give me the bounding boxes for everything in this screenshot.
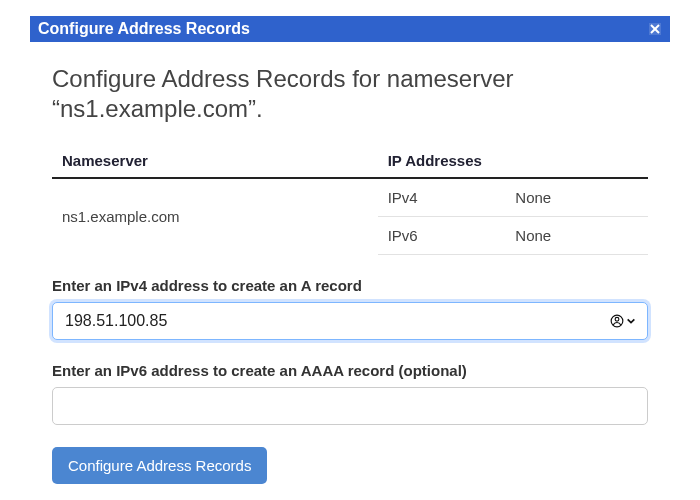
ipv4-input-wrap xyxy=(52,302,648,340)
configure-address-records-button[interactable]: Configure Address Records xyxy=(52,447,267,484)
cell-ipv4-label: IPv4 xyxy=(378,178,506,217)
modal-body: Configure Address Records for nameserver… xyxy=(30,42,670,500)
close-icon[interactable] xyxy=(648,22,662,36)
titlebar-title: Configure Address Records xyxy=(38,20,250,38)
ipv4-field-block: Enter an IPv4 address to create an A rec… xyxy=(52,277,648,340)
cell-ipv6-label: IPv6 xyxy=(378,217,506,255)
ipv6-label: Enter an IPv6 address to create an AAAA … xyxy=(52,362,648,379)
ipv4-input[interactable] xyxy=(52,302,648,340)
svg-point-4 xyxy=(615,317,619,321)
actions: Configure Address Records xyxy=(52,447,648,484)
modal-configure-address-records: Configure Address Records Configure Addr… xyxy=(30,16,670,500)
ipv6-input[interactable] xyxy=(52,387,648,425)
chevron-down-icon xyxy=(626,316,636,326)
table-row: ns1.example.com IPv4 None xyxy=(52,178,648,217)
nameserver-table: Nameserver IP Addresses ns1.example.com … xyxy=(52,144,648,255)
input-dropdown-toggle[interactable] xyxy=(610,314,636,328)
heading-line-1: Configure Address Records for nameserver xyxy=(52,65,514,92)
col-ip-addresses: IP Addresses xyxy=(378,144,648,178)
ipv6-input-wrap xyxy=(52,387,648,425)
heading-line-2: “ns1.example.com”. xyxy=(52,95,263,122)
ipv4-label: Enter an IPv4 address to create an A rec… xyxy=(52,277,648,294)
cell-ipv6-value: None xyxy=(505,217,648,255)
table-header-row: Nameserver IP Addresses xyxy=(52,144,648,178)
user-circle-icon xyxy=(610,314,624,328)
titlebar: Configure Address Records xyxy=(30,16,670,42)
col-nameserver: Nameserver xyxy=(52,144,378,178)
ipv6-field-block: Enter an IPv6 address to create an AAAA … xyxy=(52,362,648,425)
cell-nameserver: ns1.example.com xyxy=(52,178,378,255)
cell-ipv4-value: None xyxy=(505,178,648,217)
page-heading: Configure Address Records for nameserver… xyxy=(52,64,648,124)
